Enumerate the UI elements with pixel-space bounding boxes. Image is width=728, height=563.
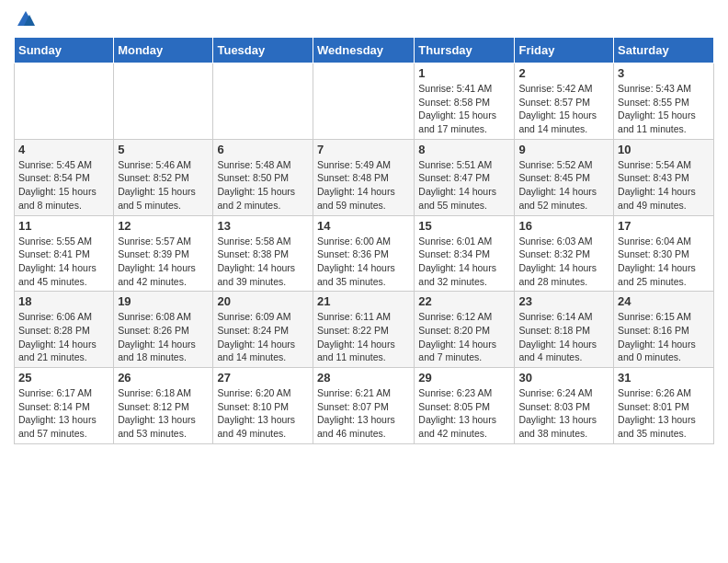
calendar-cell: 9Sunrise: 5:52 AMSunset: 8:45 PMDaylight… [515, 139, 614, 215]
day-number: 4 [18, 143, 109, 156]
day-info: Sunrise: 5:58 AMSunset: 8:38 PMDaylight:… [217, 235, 309, 289]
day-number: 8 [418, 143, 510, 156]
calendar-week-row: 25Sunrise: 6:17 AMSunset: 8:14 PMDayligh… [15, 368, 714, 444]
day-info: Sunrise: 5:55 AMSunset: 8:41 PMDaylight:… [18, 235, 109, 289]
day-info: Sunrise: 5:51 AMSunset: 8:47 PMDaylight:… [418, 158, 510, 213]
day-info: Sunrise: 6:12 AMSunset: 8:20 PMDaylight:… [418, 310, 510, 364]
weekday-header-tuesday: Tuesday [213, 38, 313, 63]
calendar-table: SundayMondayTuesdayWednesdayThursdayFrid… [14, 37, 714, 444]
day-number: 15 [418, 219, 510, 233]
day-number: 10 [618, 143, 710, 156]
day-info: Sunrise: 6:15 AMSunset: 8:16 PMDaylight:… [618, 310, 710, 364]
day-number: 23 [518, 294, 609, 308]
day-number: 6 [217, 143, 309, 156]
calendar-cell: 13Sunrise: 5:58 AMSunset: 8:38 PMDayligh… [213, 215, 313, 292]
calendar-cell: 19Sunrise: 6:08 AMSunset: 8:26 PMDayligh… [114, 292, 213, 368]
day-number: 27 [217, 371, 309, 385]
calendar-cell: 7Sunrise: 5:49 AMSunset: 8:48 PMDaylight… [313, 139, 415, 215]
day-info: Sunrise: 5:57 AMSunset: 8:39 PMDaylight:… [118, 235, 209, 289]
logo [14, 9, 36, 29]
day-info: Sunrise: 6:11 AMSunset: 8:22 PMDaylight:… [317, 310, 410, 364]
day-number: 9 [518, 143, 609, 156]
day-info: Sunrise: 6:00 AMSunset: 8:36 PMDaylight:… [317, 235, 410, 289]
day-number: 14 [317, 219, 410, 233]
calendar-cell: 23Sunrise: 6:14 AMSunset: 8:18 PMDayligh… [515, 292, 614, 368]
day-info: Sunrise: 5:52 AMSunset: 8:45 PMDaylight:… [518, 158, 609, 213]
calendar-cell: 20Sunrise: 6:09 AMSunset: 8:24 PMDayligh… [213, 292, 313, 368]
day-number: 26 [118, 371, 209, 385]
day-info: Sunrise: 6:03 AMSunset: 8:32 PMDaylight:… [518, 235, 609, 289]
day-info: Sunrise: 5:46 AMSunset: 8:52 PMDaylight:… [118, 158, 209, 213]
day-info: Sunrise: 6:24 AMSunset: 8:03 PMDaylight:… [518, 386, 609, 441]
calendar-cell: 21Sunrise: 6:11 AMSunset: 8:22 PMDayligh… [313, 292, 415, 368]
day-number: 31 [618, 371, 710, 385]
day-number: 17 [618, 219, 710, 233]
day-info: Sunrise: 6:04 AMSunset: 8:30 PMDaylight:… [618, 235, 710, 289]
calendar-cell: 10Sunrise: 5:54 AMSunset: 8:43 PMDayligh… [614, 139, 714, 215]
calendar-cell: 31Sunrise: 6:26 AMSunset: 8:01 PMDayligh… [614, 368, 714, 444]
day-info: Sunrise: 6:09 AMSunset: 8:24 PMDaylight:… [217, 310, 309, 364]
day-number: 30 [518, 371, 609, 385]
weekday-header-friday: Friday [515, 38, 614, 63]
calendar-cell: 14Sunrise: 6:00 AMSunset: 8:36 PMDayligh… [313, 215, 415, 292]
day-info: Sunrise: 6:01 AMSunset: 8:34 PMDaylight:… [418, 235, 510, 289]
weekday-header-sunday: Sunday [15, 38, 114, 63]
calendar-cell: 5Sunrise: 5:46 AMSunset: 8:52 PMDaylight… [114, 139, 213, 215]
day-number: 11 [18, 219, 109, 233]
day-info: Sunrise: 6:20 AMSunset: 8:10 PMDaylight:… [217, 386, 309, 441]
day-number: 18 [18, 294, 109, 308]
calendar-cell: 4Sunrise: 5:45 AMSunset: 8:54 PMDaylight… [15, 139, 114, 215]
calendar-week-row: 11Sunrise: 5:55 AMSunset: 8:41 PMDayligh… [15, 215, 714, 292]
calendar-cell: 30Sunrise: 6:24 AMSunset: 8:03 PMDayligh… [515, 368, 614, 444]
day-info: Sunrise: 6:17 AMSunset: 8:14 PMDaylight:… [18, 386, 109, 441]
calendar-cell: 28Sunrise: 6:21 AMSunset: 8:07 PMDayligh… [313, 368, 415, 444]
weekday-header-saturday: Saturday [614, 38, 714, 63]
day-number: 2 [518, 66, 609, 80]
weekday-header-row: SundayMondayTuesdayWednesdayThursdayFrid… [15, 38, 714, 63]
day-number: 25 [18, 371, 109, 385]
day-info: Sunrise: 5:45 AMSunset: 8:54 PMDaylight:… [18, 158, 109, 213]
day-info: Sunrise: 6:06 AMSunset: 8:28 PMDaylight:… [18, 310, 109, 364]
day-info: Sunrise: 6:23 AMSunset: 8:05 PMDaylight:… [418, 386, 510, 441]
calendar-cell: 29Sunrise: 6:23 AMSunset: 8:05 PMDayligh… [415, 368, 515, 444]
calendar-cell: 27Sunrise: 6:20 AMSunset: 8:10 PMDayligh… [213, 368, 313, 444]
weekday-header-thursday: Thursday [415, 38, 515, 63]
calendar-cell [15, 63, 114, 140]
day-info: Sunrise: 6:21 AMSunset: 8:07 PMDaylight:… [317, 386, 410, 441]
day-number: 24 [618, 294, 710, 308]
day-info: Sunrise: 5:41 AMSunset: 8:58 PMDaylight:… [418, 82, 510, 136]
day-number: 13 [217, 219, 309, 233]
day-info: Sunrise: 6:08 AMSunset: 8:26 PMDaylight:… [118, 310, 209, 364]
day-number: 16 [518, 219, 609, 233]
day-number: 21 [317, 294, 410, 308]
calendar-cell: 8Sunrise: 5:51 AMSunset: 8:47 PMDaylight… [415, 139, 515, 215]
weekday-header-wednesday: Wednesday [313, 38, 415, 63]
day-number: 19 [118, 294, 209, 308]
calendar-cell: 11Sunrise: 5:55 AMSunset: 8:41 PMDayligh… [15, 215, 114, 292]
day-info: Sunrise: 6:26 AMSunset: 8:01 PMDaylight:… [618, 386, 710, 441]
calendar-cell: 6Sunrise: 5:48 AMSunset: 8:50 PMDaylight… [213, 139, 313, 215]
day-info: Sunrise: 5:43 AMSunset: 8:55 PMDaylight:… [618, 82, 710, 136]
calendar-week-row: 18Sunrise: 6:06 AMSunset: 8:28 PMDayligh… [15, 292, 714, 368]
calendar-week-row: 1Sunrise: 5:41 AMSunset: 8:58 PMDaylight… [15, 63, 714, 140]
calendar-cell: 1Sunrise: 5:41 AMSunset: 8:58 PMDaylight… [415, 63, 515, 140]
weekday-header-monday: Monday [114, 38, 213, 63]
calendar-cell: 24Sunrise: 6:15 AMSunset: 8:16 PMDayligh… [614, 292, 714, 368]
day-number: 7 [317, 143, 410, 156]
calendar-cell: 12Sunrise: 5:57 AMSunset: 8:39 PMDayligh… [114, 215, 213, 292]
calendar-cell [213, 63, 313, 140]
calendar-cell: 2Sunrise: 5:42 AMSunset: 8:57 PMDaylight… [515, 63, 614, 140]
calendar-cell [114, 63, 213, 140]
calendar-cell: 15Sunrise: 6:01 AMSunset: 8:34 PMDayligh… [415, 215, 515, 292]
calendar-cell: 3Sunrise: 5:43 AMSunset: 8:55 PMDaylight… [614, 63, 714, 140]
day-info: Sunrise: 6:18 AMSunset: 8:12 PMDaylight:… [118, 386, 209, 441]
calendar-cell: 17Sunrise: 6:04 AMSunset: 8:30 PMDayligh… [614, 215, 714, 292]
day-number: 20 [217, 294, 309, 308]
calendar-cell: 16Sunrise: 6:03 AMSunset: 8:32 PMDayligh… [515, 215, 614, 292]
page-header [14, 9, 714, 29]
calendar-cell: 26Sunrise: 6:18 AMSunset: 8:12 PMDayligh… [114, 368, 213, 444]
day-info: Sunrise: 6:14 AMSunset: 8:18 PMDaylight:… [518, 310, 609, 364]
day-info: Sunrise: 5:49 AMSunset: 8:48 PMDaylight:… [317, 158, 410, 213]
calendar-week-row: 4Sunrise: 5:45 AMSunset: 8:54 PMDaylight… [15, 139, 714, 215]
calendar-cell: 18Sunrise: 6:06 AMSunset: 8:28 PMDayligh… [15, 292, 114, 368]
